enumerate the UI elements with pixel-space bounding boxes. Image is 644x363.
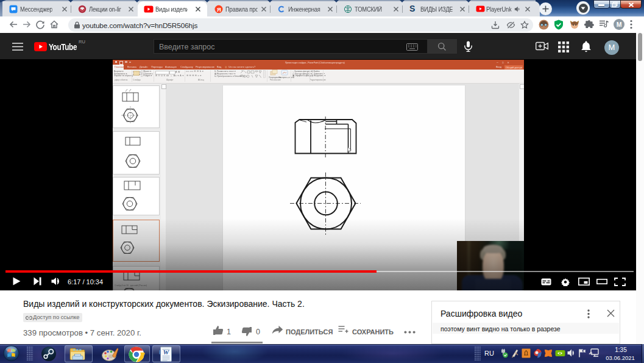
svg-text:W: W — [163, 348, 170, 356]
svg-text:Я: Я — [217, 5, 221, 12]
